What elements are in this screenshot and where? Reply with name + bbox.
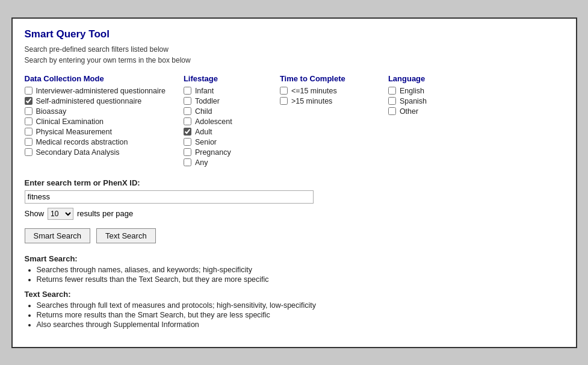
ls-checkbox-0[interactable] (184, 87, 191, 95)
dcm-item-6: Secondary Data Analysis (25, 148, 166, 157)
ls-item-4: Adult (184, 128, 262, 136)
text-search-button[interactable]: Text Search (96, 228, 156, 243)
ls-item-0: Infant (184, 87, 262, 95)
ttc-checkbox-0[interactable] (280, 87, 288, 95)
search-input[interactable] (25, 190, 314, 204)
ls-item-7: Any (184, 158, 262, 167)
list-item: Searches through names, aliases, and key… (37, 266, 564, 274)
dcm-item-5: Medical records abstraction (25, 138, 166, 146)
dcm-checkbox-5[interactable] (25, 138, 32, 146)
lang-item-0: English (388, 87, 454, 95)
dcm-checkbox-3[interactable] (25, 117, 32, 125)
dcm-item-1: Self-administered questionnaire (25, 97, 166, 105)
smart-search-button[interactable]: Smart Search (25, 228, 90, 243)
dcm-item-0: Interviewer-administered questionnaire (25, 87, 166, 95)
language-col: Language English Spanish Other (388, 74, 454, 117)
ls-checkbox-6[interactable] (184, 148, 191, 156)
ttc-checkbox-1[interactable] (280, 97, 288, 105)
ttc-item-0: <=15 minutes (280, 87, 370, 95)
search-label: Enter search term or PhenX ID: (25, 178, 564, 187)
page-title: Smart Query Tool (25, 28, 564, 40)
ttc-item-1: >15 minutes (280, 97, 370, 105)
info-section: Smart Search: Searches through names, al… (25, 254, 564, 329)
ls-item-6: Pregnancy (184, 148, 262, 157)
list-item: Returns more results than the Smart Sear… (37, 311, 564, 319)
ls-item-2: Child (184, 107, 262, 116)
ls-checkbox-4[interactable] (184, 128, 191, 136)
list-item: Searches through full text of measures a… (37, 301, 564, 310)
dcm-item-2: Bioassay (25, 107, 166, 116)
dcm-item-3: Clinical Examination (25, 117, 166, 126)
dcm-item-4: Physical Measurement (25, 128, 166, 136)
dcm-checkbox-6[interactable] (25, 148, 32, 156)
lang-checkbox-1[interactable] (388, 97, 396, 105)
show-label: Show (25, 209, 45, 218)
lang-item-1: Spanish (388, 97, 454, 105)
lifestage-header: Lifestage (184, 74, 262, 83)
data-collection-mode-col: Data Collection Mode Interviewer-adminis… (25, 74, 166, 158)
smart-search-info-label: Smart Search: (25, 254, 564, 263)
search-section: Enter search term or PhenX ID: Show 10 2… (25, 178, 564, 220)
ls-checkbox-7[interactable] (184, 158, 191, 166)
ls-item-1: Toddler (184, 97, 262, 105)
text-search-info-label: Text Search: (25, 290, 564, 299)
time-to-complete-col: Time to Complete <=15 minutes >15 minute… (280, 74, 370, 107)
results-per-page-select[interactable]: 10 25 50 100 (48, 208, 73, 220)
time-to-complete-header: Time to Complete (280, 74, 370, 83)
ls-item-5: Senior (184, 138, 262, 146)
filters-row: Data Collection Mode Interviewer-adminis… (25, 74, 564, 169)
lang-checkbox-2[interactable] (388, 107, 396, 115)
results-label: results per page (77, 209, 133, 218)
dcm-checkbox-0[interactable] (25, 87, 32, 95)
dcm-checkbox-1[interactable] (25, 97, 32, 105)
ls-checkbox-2[interactable] (184, 107, 191, 115)
dcm-checkbox-4[interactable] (25, 128, 32, 136)
ls-checkbox-1[interactable] (184, 97, 191, 105)
smart-search-info-list: Searches through names, aliases, and key… (37, 266, 564, 284)
ls-checkbox-5[interactable] (184, 138, 191, 146)
lifestage-col: Lifestage Infant Toddler Child Adolescen… (184, 74, 262, 169)
results-row: Show 10 25 50 100 results per page (25, 208, 564, 220)
data-collection-mode-header: Data Collection Mode (25, 74, 166, 83)
button-row: Smart Search Text Search (25, 228, 564, 243)
ls-item-3: Adolescent (184, 117, 262, 126)
subtitle: Search pre-defined search filters listed… (25, 44, 564, 66)
lang-checkbox-0[interactable] (388, 87, 396, 95)
list-item: Also searches through Supplemental Infor… (37, 320, 564, 329)
main-container: Smart Query Tool Search pre-defined sear… (11, 17, 577, 348)
list-item: Returns fewer results than the Text Sear… (37, 275, 564, 284)
text-search-info-list: Searches through full text of measures a… (37, 301, 564, 329)
ls-checkbox-3[interactable] (184, 117, 191, 125)
dcm-checkbox-2[interactable] (25, 107, 32, 115)
language-header: Language (388, 74, 454, 83)
lang-item-2: Other (388, 107, 454, 116)
